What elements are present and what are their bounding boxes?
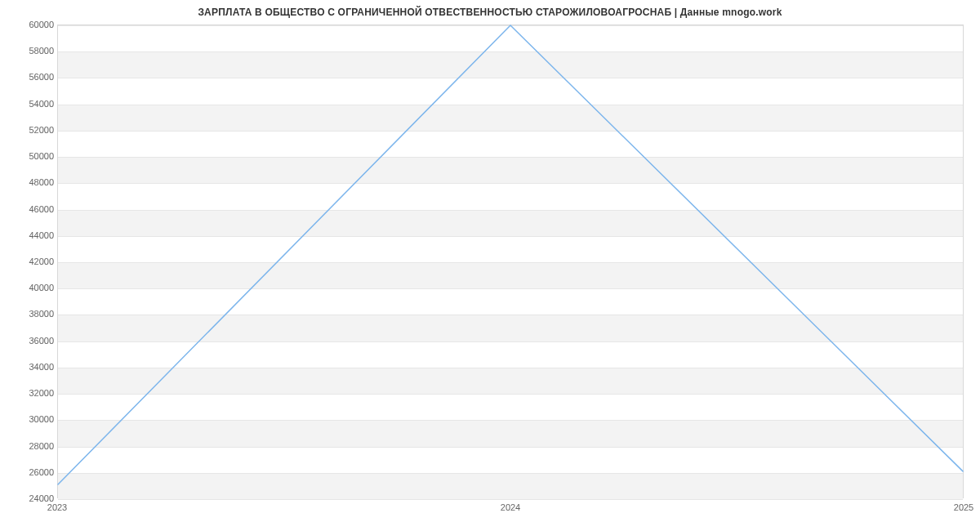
y-tick-label: 58000: [5, 46, 54, 56]
x-tick-label: 2023: [47, 502, 67, 512]
y-tick-label: 38000: [5, 309, 54, 319]
y-tick-label: 28000: [5, 441, 54, 451]
series-line: [58, 25, 963, 484]
y-tick-label: 32000: [5, 388, 54, 398]
plot-area: [57, 25, 964, 498]
y-tick-label: 46000: [5, 204, 54, 214]
y-tick-label: 26000: [5, 467, 54, 477]
line-series: [58, 25, 963, 498]
x-tick-label: 2025: [954, 502, 973, 512]
y-tick-label: 30000: [5, 414, 54, 424]
y-tick-label: 54000: [5, 99, 54, 109]
y-tick-label: 34000: [5, 362, 54, 372]
y-tick-label: 40000: [5, 283, 54, 292]
chart-title: ЗАРПЛАТА В ОБЩЕСТВО С ОГРАНИЧЕННОЙ ОТВЕС…: [0, 0, 980, 18]
y-tick-label: 42000: [5, 257, 54, 266]
y-tick-label: 50000: [5, 151, 54, 161]
chart-container: ЗАРПЛАТА В ОБЩЕСТВО С ОГРАНИЧЕННОЙ ОТВЕС…: [0, 0, 980, 531]
y-tick-label: 56000: [5, 72, 54, 82]
x-tick-label: 2024: [501, 502, 520, 512]
y-tick-label: 52000: [5, 125, 54, 135]
y-tick-label: 60000: [5, 20, 54, 29]
y-tick-label: 44000: [5, 230, 54, 240]
y-tick-label: 36000: [5, 336, 54, 346]
gridline: [58, 499, 963, 500]
y-tick-label: 48000: [5, 177, 54, 187]
